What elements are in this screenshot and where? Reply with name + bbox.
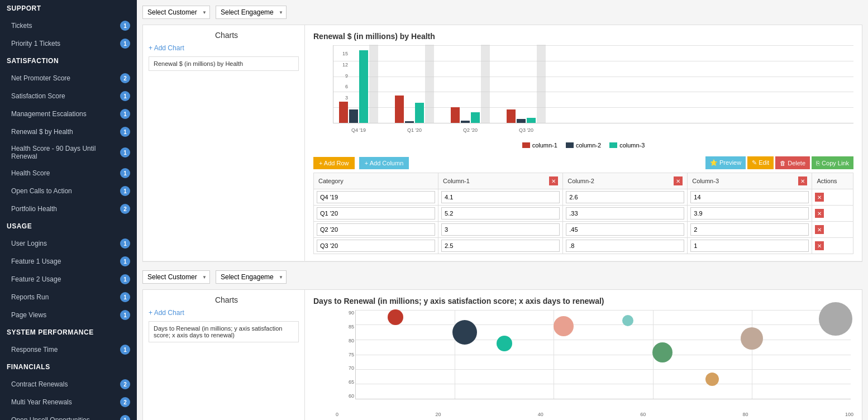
sidebar-item-net-promoter-score[interactable]: Net Promoter Score2: [0, 69, 137, 87]
engagement-dropdown-2[interactable]: Select Engageme: [216, 270, 287, 284]
customer-dropdown-1[interactable]: Select Customer: [142, 6, 210, 19]
sidebar-item-multi-year-renewals[interactable]: Multi Year Renewals2: [0, 393, 137, 411]
sidebar-item-management-escalations[interactable]: Management Escalations1: [0, 105, 137, 123]
sidebar-section-satisfaction: Satisfaction: [0, 52, 137, 69]
sidebar-item-user-logins[interactable]: User Logins1: [0, 235, 137, 252]
table-cell-input[interactable]: [690, 191, 809, 203]
sidebar-item-label: Reports Run: [11, 293, 49, 301]
table-cell-input[interactable]: [566, 240, 684, 252]
table-cell-input[interactable]: [690, 207, 809, 219]
add-chart-btn-2[interactable]: + Add Chart: [149, 309, 184, 317]
bar-group-q3-20: Q3 '20: [507, 45, 546, 123]
delete-row-btn[interactable]: ✕: [815, 225, 824, 234]
chart-list-item-1[interactable]: Renewal $ (in millions) by Health: [149, 56, 299, 71]
bar-q3-col1: [507, 109, 516, 123]
sidebar-item-label: Net Promoter Score: [11, 74, 70, 82]
chart-section-top-1: Charts + Add Chart Renewal $ (in million…: [143, 25, 862, 261]
copy-link-btn[interactable]: ⎘ Copy Link: [812, 156, 853, 169]
sidebar-badge: 2: [120, 379, 130, 389]
bar-q1-bg: [425, 45, 434, 123]
table-cell-input[interactable]: [317, 240, 435, 252]
th-col3: Column-3 ✕: [688, 173, 812, 189]
sidebar-item-feature-2-usage[interactable]: Feature 2 Usage1: [0, 270, 137, 288]
bar-group-q1-20: Q1 '20: [395, 45, 434, 123]
chart-list-item-2[interactable]: Days to Renewal (in millions; y axis sat…: [149, 321, 299, 342]
legend-color-col2: [566, 142, 574, 148]
sidebar-badge: 1: [120, 274, 130, 284]
sidebar-item-reports-run[interactable]: Reports Run1: [0, 288, 137, 306]
bar-label-q4: Q4 '19: [351, 127, 366, 133]
sidebar-item-portfolio-health[interactable]: Portfolio Health2: [0, 200, 137, 218]
sidebar-item-renewal-$-by-health[interactable]: Renewal $ by Health1: [0, 123, 137, 141]
add-row-btn[interactable]: + Add Row: [313, 157, 355, 169]
sidebar-item-page-views[interactable]: Page Views1: [0, 306, 137, 324]
table-cell-input[interactable]: [317, 191, 435, 203]
left-buttons: + Add Row + Add Column: [313, 157, 409, 169]
bar-group-q4-19: Q4 '19: [339, 45, 378, 123]
sidebar-item-label: Portfolio Health: [11, 205, 57, 213]
engagement-dropdown-1[interactable]: Select Engageme: [216, 6, 287, 19]
delete-row-btn[interactable]: ✕: [815, 209, 824, 218]
engagement-select-2[interactable]: Select Engageme: [216, 270, 287, 284]
sidebar-item-label: Open Calls to Action: [11, 187, 72, 195]
add-col-btn[interactable]: + Add Column: [359, 157, 409, 169]
bar-q3-bg: [537, 45, 546, 123]
edit-btn[interactable]: ✎ Edit: [747, 156, 774, 169]
bar-q1-col3: [415, 103, 424, 123]
bar-q2-bg: [481, 45, 490, 123]
engagement-select-1[interactable]: Select Engageme: [216, 6, 287, 19]
preview-btn[interactable]: ⭐ Preview: [705, 156, 746, 169]
sidebar-item-label: Management Escalations: [11, 110, 87, 118]
table-cell-input[interactable]: [441, 223, 560, 236]
sidebar-item-health-score[interactable]: Health Score1: [0, 164, 137, 182]
th-category: Category: [314, 173, 438, 189]
sidebar-item-health-score---90-days-until-r[interactable]: Health Score - 90 Days Until Renewal1: [0, 141, 137, 164]
delete-col2-btn[interactable]: ✕: [674, 176, 683, 185]
customer-dropdown-2[interactable]: Select Customer: [142, 270, 210, 284]
table-cell-input[interactable]: [317, 223, 435, 236]
chart-data-table: Category Column-1 ✕ Column-2 ✕: [313, 173, 853, 254]
sidebar-item-label: Feature 2 Usage: [11, 275, 61, 283]
sidebar-item-response-time[interactable]: Response Time1: [0, 341, 137, 359]
delete-row-btn[interactable]: ✕: [815, 193, 824, 202]
table-cell-input[interactable]: [566, 191, 684, 203]
delete-col1-btn[interactable]: ✕: [549, 176, 558, 185]
sidebar-item-tickets[interactable]: Tickets1: [0, 17, 137, 35]
sidebar-item-contract-renewals[interactable]: Contract Renewals2: [0, 375, 137, 393]
table-cell-input[interactable]: [690, 223, 809, 236]
sidebar-badge: 1: [120, 168, 130, 178]
table-cell-input[interactable]: [441, 191, 560, 203]
sidebar-badge: 1: [120, 345, 130, 355]
sidebar-item-label: Open Upsell Opportunities: [11, 416, 90, 420]
table-row: ✕: [314, 222, 853, 238]
add-chart-btn-1[interactable]: + Add Chart: [149, 44, 184, 52]
sidebar-item-priority-1-tickets[interactable]: Priority 1 Tickets1: [0, 35, 137, 52]
table-cell-input[interactable]: [690, 240, 809, 252]
sidebar-item-satisfaction-score[interactable]: Satisfaction Score1: [0, 87, 137, 105]
bar-q4-col2: [349, 109, 358, 123]
scatter-x-axis: 020406080100: [336, 411, 853, 417]
sidebar-item-feature-1-usage[interactable]: Feature 1 Usage1: [0, 252, 137, 270]
table-cell-input[interactable]: [441, 207, 560, 219]
sidebar-item-open-upsell-opportunities[interactable]: Open Upsell Opportunities1: [0, 411, 137, 420]
sidebar-item-label: Page Views: [11, 311, 46, 319]
sidebar-item-open-calls-to-action[interactable]: Open Calls to Action1: [0, 182, 137, 200]
table-cell-input[interactable]: [566, 223, 684, 236]
delete-btn[interactable]: 🗑 Delete: [775, 156, 810, 169]
delete-col3-btn[interactable]: ✕: [798, 176, 807, 185]
legend-label-col3: column-3: [619, 142, 645, 149]
sidebar-badge: 1: [120, 147, 130, 157]
sidebar-badge: 1: [120, 292, 130, 302]
table-cell-input[interactable]: [566, 207, 684, 219]
customer-select-2[interactable]: Select Customer: [142, 270, 210, 284]
chart-actions-1: + Add Row + Add Column ⭐ Preview ✎ Edit …: [313, 153, 853, 173]
customer-select-1[interactable]: Select Customer: [142, 6, 210, 19]
bar-label-q3: Q3 '20: [519, 127, 533, 133]
chart-left-panel-2: Charts + Add Chart Days to Renewal (in m…: [143, 290, 305, 420]
table-cell-input[interactable]: [441, 240, 560, 252]
sidebar-badge: 1: [120, 39, 130, 49]
table-cell-input[interactable]: [317, 207, 435, 219]
delete-row-btn[interactable]: ✕: [815, 241, 824, 250]
legend-label-col2: column-2: [576, 142, 601, 149]
table-row: ✕: [314, 189, 853, 206]
